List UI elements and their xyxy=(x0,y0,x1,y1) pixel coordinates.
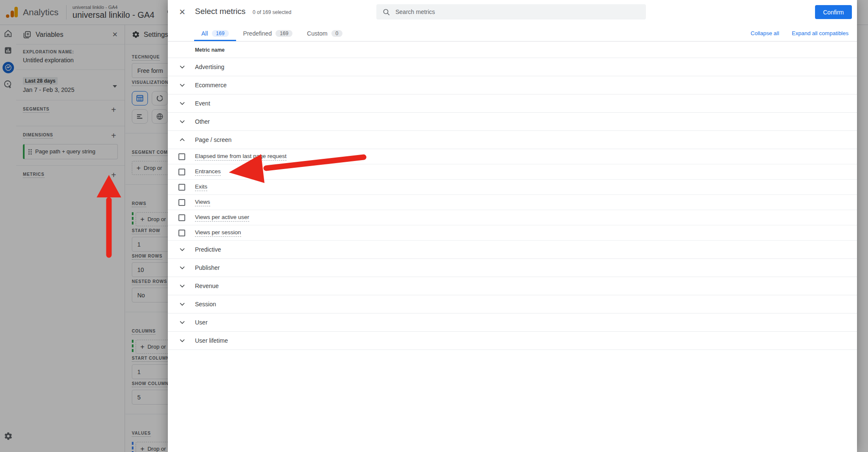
category-row-ecommerce[interactable]: Ecommerce xyxy=(168,76,857,94)
category-label: Advertising xyxy=(195,64,224,70)
metric-checkbox[interactable] xyxy=(178,169,185,175)
search-metrics-input[interactable] xyxy=(395,8,640,15)
category-label: Session xyxy=(195,301,216,308)
metric-checkbox[interactable] xyxy=(178,184,185,191)
close-dialog-icon[interactable]: ✕ xyxy=(179,7,186,17)
metric-label: Views per session xyxy=(195,229,241,237)
search-icon xyxy=(382,8,390,16)
category-row-user[interactable]: User xyxy=(168,313,857,332)
chevron-down-icon[interactable] xyxy=(178,318,186,327)
metric-list: AdvertisingEcommerceEventOtherPage / scr… xyxy=(168,58,857,350)
category-label: Publisher xyxy=(195,264,220,271)
confirm-button[interactable]: Confirm xyxy=(815,5,852,19)
tab-badge: 169 xyxy=(275,30,292,37)
category-row-publisher[interactable]: Publisher xyxy=(168,259,857,277)
category-row-user-lifetime[interactable]: User lifetime xyxy=(168,332,857,350)
category-label: Revenue xyxy=(195,283,219,289)
metric-row[interactable]: Views per active user xyxy=(168,210,857,225)
metric-checkbox[interactable] xyxy=(178,214,185,221)
chevron-down-icon[interactable] xyxy=(178,245,186,254)
category-label: Ecommerce xyxy=(195,82,227,89)
metric-checkbox[interactable] xyxy=(178,230,185,236)
chevron-down-icon[interactable] xyxy=(178,300,186,308)
metric-row[interactable]: Entrances xyxy=(168,164,857,180)
dialog-title: Select metrics xyxy=(195,7,245,16)
category-label: Event xyxy=(195,100,210,107)
metric-checkbox[interactable] xyxy=(178,153,185,160)
tab-badge: 169 xyxy=(212,30,229,37)
metric-label: Views xyxy=(195,199,210,206)
metric-row[interactable]: Elapsed time from last page request xyxy=(168,149,857,164)
category-row-session[interactable]: Session xyxy=(168,295,857,313)
category-label: Other xyxy=(195,118,210,125)
category-row-page-screen[interactable]: Page / screen xyxy=(168,131,857,149)
tab-label: Custom xyxy=(307,30,327,37)
metric-label: Exits xyxy=(195,183,207,191)
metric-name-column-header: Metric name xyxy=(168,42,857,58)
chevron-down-icon[interactable] xyxy=(178,282,186,290)
chevron-up-icon[interactable] xyxy=(178,136,186,144)
metric-row[interactable]: Views per session xyxy=(168,225,857,241)
category-row-predictive[interactable]: Predictive xyxy=(168,241,857,259)
selected-count: 0 of 169 selected xyxy=(253,9,291,15)
tab-all[interactable]: All 169 xyxy=(194,25,236,41)
chevron-down-icon[interactable] xyxy=(178,99,186,108)
tab-predefined[interactable]: Predefined 169 xyxy=(236,25,300,41)
category-row-event[interactable]: Event xyxy=(168,94,857,113)
category-label: Page / screen xyxy=(195,136,231,143)
category-label: User lifetime xyxy=(195,337,228,344)
category-label: Predictive xyxy=(195,246,221,253)
select-metrics-dialog: ✕ Select metrics 0 of 169 selected Confi… xyxy=(168,0,857,452)
metric-label: Elapsed time from last page request xyxy=(195,153,287,161)
category-row-revenue[interactable]: Revenue xyxy=(168,277,857,295)
chevron-down-icon[interactable] xyxy=(178,81,186,89)
category-label: User xyxy=(195,319,208,326)
category-row-other[interactable]: Other xyxy=(168,113,857,131)
tab-custom[interactable]: Custom 0 xyxy=(300,25,350,41)
category-row-advertising[interactable]: Advertising xyxy=(168,58,857,76)
chevron-down-icon[interactable] xyxy=(178,117,186,126)
tab-label: All xyxy=(201,30,208,37)
metric-row[interactable]: Exits xyxy=(168,180,857,195)
metric-label: Entrances xyxy=(195,168,221,176)
tab-label: Predefined xyxy=(243,30,272,37)
collapse-all-link[interactable]: Collapse all xyxy=(751,30,779,36)
metric-checkbox[interactable] xyxy=(178,199,185,206)
chevron-down-icon[interactable] xyxy=(178,263,186,272)
search-metrics-box[interactable] xyxy=(376,4,646,19)
chevron-down-icon[interactable] xyxy=(178,336,186,345)
metric-row[interactable]: Views xyxy=(168,195,857,210)
expand-all-compatibles-link[interactable]: Expand all compatibles xyxy=(792,30,849,36)
ga4-explore-page: { "colors": { "accent": "#1a73e8", "arro… xyxy=(0,0,868,452)
metric-label: Views per active user xyxy=(195,214,249,222)
tab-badge: 0 xyxy=(331,30,343,37)
chevron-down-icon[interactable] xyxy=(178,63,186,71)
metrics-tabs: All 169 Predefined 169 Custom 0 Collapse… xyxy=(168,25,857,42)
